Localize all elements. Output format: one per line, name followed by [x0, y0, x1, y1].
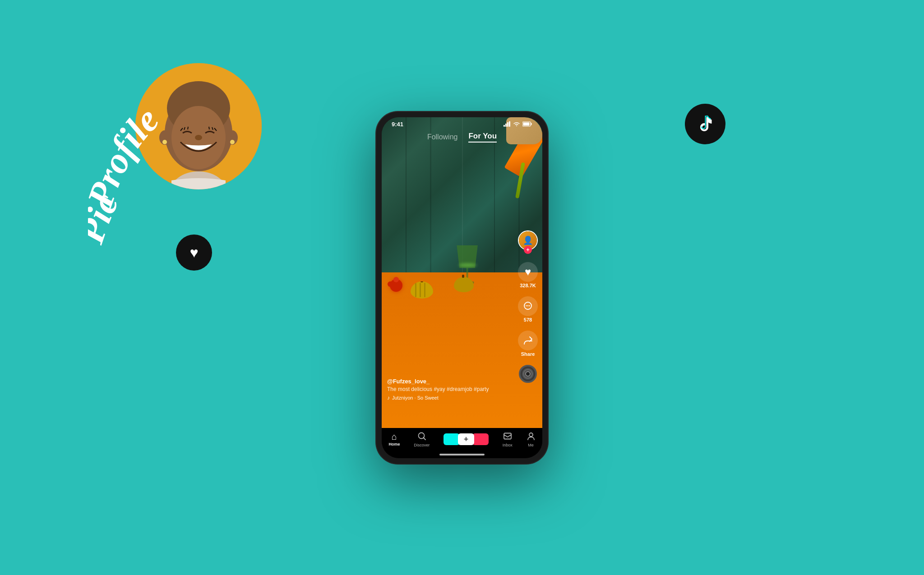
svg-rect-13	[505, 124, 507, 127]
battery-icon	[522, 121, 532, 127]
side-actions: 👤 + ♥ 328.7K	[518, 230, 538, 383]
tiktok-nav-header: Following For You	[382, 130, 542, 144]
status-bar: 9:41	[382, 117, 542, 129]
svg-rect-14	[507, 122, 508, 127]
share-label: Share	[521, 351, 535, 357]
follow-plus-button[interactable]: +	[524, 246, 532, 254]
nav-home[interactable]: ⌂ Home	[388, 432, 400, 446]
video-caption: The most delicious #yay #dreamjob #party	[387, 386, 515, 392]
discover-icon	[417, 432, 426, 442]
nav-discover[interactable]: Discover	[414, 432, 430, 447]
wifi-icon	[513, 121, 520, 127]
foryou-tab[interactable]: For You	[468, 132, 497, 143]
bottom-navigation: ⌂ Home Discover	[382, 428, 542, 454]
comment-icon[interactable]	[518, 296, 538, 316]
rose	[390, 279, 402, 292]
home-indicator	[382, 454, 542, 458]
profile-pic-circle	[135, 63, 262, 189]
video-username: @Fufzes_love_	[387, 378, 515, 385]
svg-point-8	[162, 140, 167, 144]
following-tab[interactable]: Following	[427, 133, 458, 141]
home-bar	[439, 454, 485, 455]
music-note-icon: ♪	[387, 395, 390, 401]
svg-point-25	[529, 433, 533, 437]
share-icon[interactable]	[518, 331, 538, 350]
tiktok-icon	[694, 113, 716, 135]
svg-rect-17	[531, 123, 532, 125]
video-area[interactable]: 👤 + ♥ 328.7K	[382, 117, 542, 428]
share-action[interactable]: Share	[518, 331, 538, 357]
nav-discover-label: Discover	[414, 443, 430, 447]
profile-face-svg	[135, 63, 262, 189]
music-text: Jutzniyon · So Sweet	[392, 395, 439, 400]
status-icons	[504, 121, 532, 127]
like-action[interactable]: ♥ 328.7K	[518, 262, 538, 288]
music-disc[interactable]	[519, 365, 537, 383]
phone-screen: 9:41	[382, 117, 542, 458]
svg-point-22	[529, 305, 530, 306]
nav-inbox-label: Inbox	[503, 443, 513, 447]
inbox-icon	[503, 432, 512, 442]
svg-rect-12	[504, 125, 505, 127]
comment-count: 578	[524, 317, 532, 322]
status-time: 9:41	[392, 121, 403, 128]
like-icon[interactable]: ♥	[518, 262, 538, 282]
pumpkin-1	[411, 281, 433, 299]
nav-me-label: Me	[528, 443, 534, 447]
heart-float-button[interactable]: ♥	[176, 235, 212, 271]
tiktok-logo-float	[685, 104, 725, 144]
svg-point-21	[527, 305, 528, 306]
pumpkin-2	[454, 277, 474, 292]
nav-me[interactable]: Me	[527, 432, 536, 447]
music-disc-inner	[525, 371, 531, 377]
svg-rect-24	[504, 433, 511, 439]
phone-frame: 9:41	[376, 112, 548, 464]
svg-point-7	[195, 135, 202, 140]
comment-action[interactable]: 578	[518, 296, 538, 322]
me-icon	[527, 432, 536, 442]
home-icon: ⌂	[392, 432, 397, 441]
creator-avatar-container[interactable]: 👤 +	[518, 230, 538, 250]
nav-create[interactable]: +	[444, 433, 489, 445]
svg-rect-15	[509, 121, 510, 127]
signal-icon	[504, 121, 511, 127]
nav-home-label: Home	[388, 442, 400, 446]
nav-inbox[interactable]: Inbox	[503, 432, 513, 447]
svg-rect-18	[523, 123, 530, 126]
video-overlay: @Fufzes_love_ The most delicious #yay #d…	[387, 378, 515, 401]
video-music: ♪ Jutzniyon · So Sweet	[387, 395, 515, 401]
svg-point-9	[230, 140, 235, 144]
like-count: 328.7K	[520, 283, 536, 288]
heart-icon: ♥	[190, 244, 199, 261]
svg-point-20	[526, 305, 527, 306]
profile-pic-section	[135, 63, 262, 189]
